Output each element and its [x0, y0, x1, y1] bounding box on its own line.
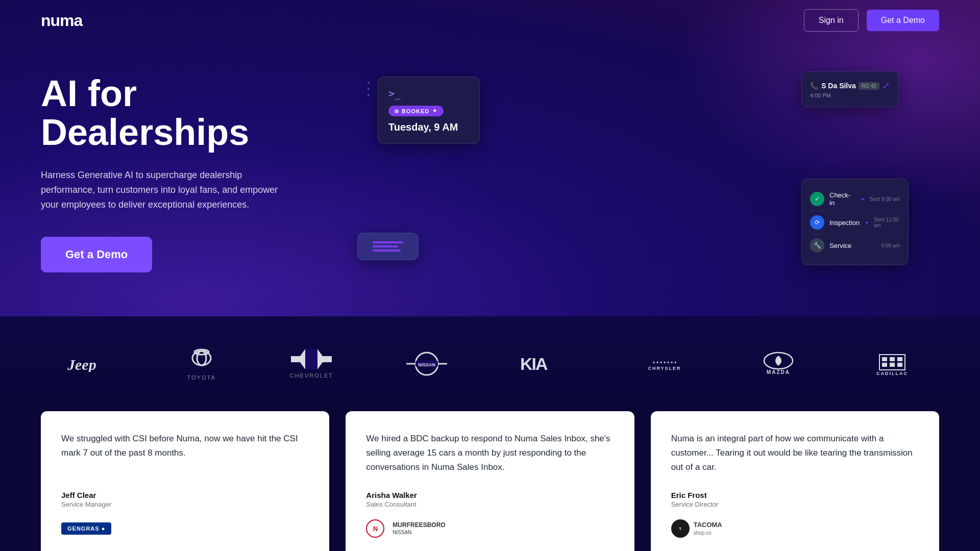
- testimonial-role-2: Sales Consultant: [366, 500, 614, 508]
- testimonial-author-block-1: Jeff Clear Service Manager GENGRAS ●: [61, 491, 309, 539]
- testimonial-logo-2: N MURFREESBORO NISSAN: [366, 518, 614, 539]
- tacoma-text: TACOMAshop.co: [694, 521, 722, 536]
- gengras-logo: GENGRAS ●: [61, 522, 111, 535]
- booked-badge: BOOKED ✦: [388, 106, 444, 116]
- mock-contact-card: 📞 S Da Silva RO 42 ⤢ 4:00 PM: [801, 71, 898, 107]
- svg-text:KIA: KIA: [520, 355, 548, 373]
- phone-icon: 📞: [810, 82, 819, 90]
- hero-section: AI for Dealerships Harness Generative AI…: [0, 41, 980, 316]
- murfreesboro-text-block: MURFREESBORO NISSAN: [393, 521, 445, 536]
- message-lines-icon: [373, 241, 403, 252]
- timeline-time-service: 6:00 am: [881, 243, 900, 248]
- testimonial-role-3: Service Director: [671, 500, 919, 508]
- svg-text:Jeep: Jeep: [67, 356, 96, 372]
- brand-mazda: MAZDA: [758, 350, 799, 377]
- dot: [368, 88, 370, 90]
- brand-toyota: TOYOTA: [186, 347, 217, 381]
- timeline-sparkle-checkin: ✦: [861, 196, 865, 202]
- page-wrapper: numa Sign in Get a Demo AI for Dealershi…: [0, 0, 980, 551]
- timeline-time-checkin: Sent 9:00 am: [870, 196, 900, 202]
- testimonial-author-block-3: Eric Frost Service Director T TACOMAshop…: [671, 491, 919, 539]
- hero-right: >_ BOOKED ✦ Tuesday, 9 AM 📞 S Da Silva R…: [347, 71, 939, 276]
- brand-kia: KIA: [520, 355, 571, 373]
- booked-star-icon: ✦: [432, 108, 437, 114]
- hero-title: AI for Dealerships: [41, 74, 347, 152]
- kia-logo-svg: KIA: [520, 355, 571, 373]
- expand-icon: ⤢: [882, 80, 890, 91]
- nissan-label: NISSAN: [393, 529, 445, 536]
- brand-jeep: Jeep: [67, 356, 113, 372]
- booked-label: BOOKED: [402, 108, 429, 114]
- get-demo-nav-button[interactable]: Get a Demo: [867, 10, 939, 31]
- murfreesboro-text: MURFREESBORO: [393, 521, 445, 530]
- nissan-logo-svg: NISSAN: [406, 352, 447, 376]
- chrysler-logo-svg: ✦✦✦✦✦✦✦ CHRYSLER: [644, 355, 685, 373]
- testimonial-logo-3: T TACOMAshop.co: [671, 518, 919, 539]
- testimonials-section: We struggled with CSI before Numa, now w…: [0, 411, 980, 551]
- svg-rect-25: [897, 363, 902, 367]
- contact-row: 📞 S Da Silva RO 42 ⤢: [810, 80, 890, 91]
- contact-time: 4:00 PM: [810, 92, 890, 98]
- mock-timeline-card: ✓ Check-in ✦ Sent 9:00 am ⟳ Inspection ✦…: [801, 179, 909, 265]
- timeline-time-inspection: Sent 11:00 am: [874, 217, 900, 228]
- svg-rect-5: [291, 356, 305, 362]
- booked-badge-dot: [395, 109, 399, 113]
- timeline-dot-blue: ⟳: [810, 215, 824, 230]
- testimonial-text-1: We struggled with CSI before Numa, now w…: [61, 432, 309, 460]
- chevrolet-logo-svg: [291, 349, 332, 369]
- testimonial-logo-1: GENGRAS ●: [61, 518, 309, 539]
- signin-button[interactable]: Sign in: [804, 9, 859, 32]
- svg-rect-24: [890, 363, 895, 367]
- toyota-sub-label: TOYOTA: [187, 374, 216, 381]
- svg-rect-23: [882, 363, 887, 367]
- brands-row: Jeep TOYOTA: [41, 347, 939, 381]
- svg-text:CHRYSLER: CHRYSLER: [648, 366, 681, 371]
- timeline-dot-green: ✓: [810, 192, 824, 206]
- svg-text:NISSAN: NISSAN: [418, 362, 435, 367]
- timeline-dot-gray: 🔧: [810, 238, 824, 253]
- timeline-item-checkin: ✓ Check-in ✦ Sent 9:00 am: [810, 187, 900, 211]
- testimonial-author-1: Jeff Clear: [61, 491, 309, 499]
- timeline-label-checkin: Check-in: [829, 191, 855, 207]
- toyota-logo-svg: [186, 347, 217, 371]
- tacoma-badge-icon: T: [671, 519, 690, 538]
- testimonial-author-2: Arisha Walker: [366, 491, 614, 499]
- svg-text:CADILLAC: CADILLAC: [876, 371, 908, 376]
- timeline-label-inspection: Inspection: [829, 219, 860, 227]
- dot: [368, 94, 370, 96]
- svg-text:✦✦✦✦✦✦✦: ✦✦✦✦✦✦✦: [652, 361, 677, 364]
- appointment-time: Tuesday, 9 AM: [388, 121, 469, 133]
- svg-rect-19: [879, 355, 905, 370]
- svg-rect-8: [305, 349, 317, 369]
- logo: numa: [41, 11, 82, 30]
- mock-booking-card: >_ BOOKED ✦ Tuesday, 9 AM: [378, 77, 480, 144]
- cadillac-logo-svg: CADILLAC: [872, 350, 913, 377]
- tacoma-logo: T TACOMAshop.co: [671, 519, 722, 538]
- svg-rect-21: [890, 357, 895, 361]
- testimonial-text-2: We hired a BDC backup to respond to Numa…: [366, 432, 614, 474]
- testimonial-role-1: Service Manager: [61, 500, 309, 508]
- brands-section: Jeep TOYOTA: [0, 316, 980, 411]
- testimonial-author-3: Eric Frost: [671, 491, 919, 499]
- testimonial-card-3: Numa is an integral part of how we commu…: [651, 411, 939, 551]
- testimonial-author-block-2: Arisha Walker Sales Consultant N MURFREE…: [366, 491, 614, 539]
- chevrolet-sub-label: CHEVROLET: [290, 372, 333, 379]
- testimonial-text-3: Numa is an integral part of how we commu…: [671, 432, 919, 474]
- mazda-logo-svg: MAZDA: [758, 350, 799, 377]
- timeline-item-inspection: ⟳ Inspection ✦ Sent 11:00 am: [810, 211, 900, 234]
- svg-rect-22: [897, 357, 902, 361]
- brand-chrysler: ✦✦✦✦✦✦✦ CHRYSLER: [644, 355, 685, 373]
- svg-rect-6: [317, 356, 332, 362]
- contact-name: S Da Silva: [821, 82, 856, 90]
- get-demo-hero-button[interactable]: Get a Demo: [41, 237, 152, 272]
- navbar: numa Sign in Get a Demo: [0, 0, 980, 41]
- msg-line-2: [373, 245, 398, 247]
- nav-right: Sign in Get a Demo: [804, 9, 939, 32]
- svg-text:MAZDA: MAZDA: [767, 369, 790, 375]
- brand-chevrolet: CHEVROLET: [290, 349, 333, 379]
- brand-nissan: NISSAN: [406, 352, 447, 376]
- hero-subtitle: Harness Generative AI to supercharge dea…: [41, 168, 286, 212]
- msg-line-1: [373, 241, 403, 243]
- mock-message-card: [357, 233, 419, 260]
- timeline-sparkle-inspection: ✦: [865, 220, 869, 226]
